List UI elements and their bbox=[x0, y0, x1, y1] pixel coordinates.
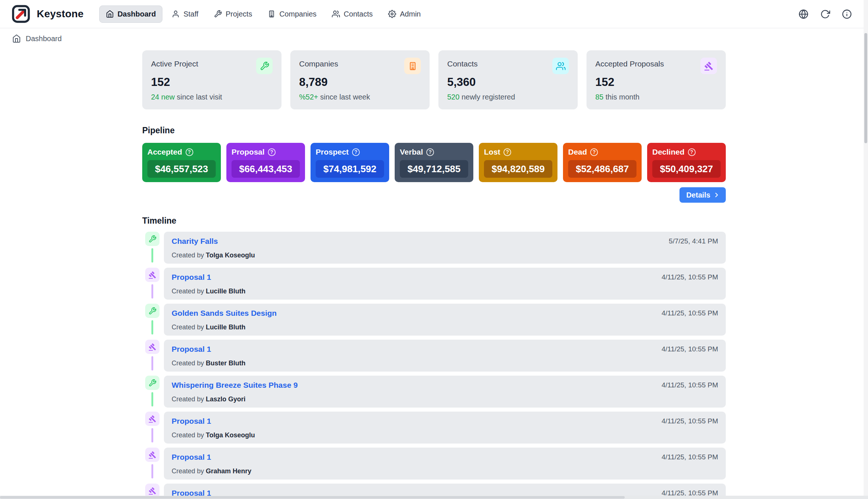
timeline-card: Proposal 1 4/11/25, 10:55 PM Created by … bbox=[164, 268, 726, 300]
stat-card-contacts: Contacts 5,360 520 newly registered bbox=[438, 50, 578, 109]
vertical-scrollbar-thumb[interactable] bbox=[864, 33, 867, 143]
gavel-icon bbox=[145, 412, 159, 426]
timeline-item-date: 5/7/25, 4:41 PM bbox=[669, 237, 718, 245]
details-button[interactable]: Details bbox=[679, 187, 726, 203]
stat-card-companies: Companies 8,789 %52+ since last week bbox=[290, 50, 430, 109]
info-icon[interactable] bbox=[842, 9, 852, 19]
timeline-connector bbox=[151, 356, 153, 370]
wrench-icon bbox=[145, 376, 159, 390]
nav-item-label: Contacts bbox=[344, 10, 373, 18]
gavel-icon bbox=[145, 340, 159, 354]
top-navbar: Keystone Dashboard Staff Projects Compan… bbox=[0, 0, 868, 28]
stat-subtext: 520 newly registered bbox=[447, 93, 569, 101]
stage-label: Dead bbox=[568, 148, 587, 156]
help-icon[interactable]: ? bbox=[426, 148, 434, 156]
nav-item-staff[interactable]: Staff bbox=[165, 6, 205, 22]
timeline-item-title[interactable]: Whispering Breeze Suites Phase 9 bbox=[172, 381, 298, 390]
building-icon bbox=[268, 10, 276, 18]
timeline-item-title[interactable]: Golden Sands Suites Design bbox=[172, 309, 277, 318]
timeline-item-author: Created by Lucille Bluth bbox=[172, 323, 718, 331]
timeline-title: Timeline bbox=[142, 216, 726, 226]
globe-icon[interactable] bbox=[799, 9, 808, 19]
nav-item-projects[interactable]: Projects bbox=[208, 6, 258, 22]
pipeline-row: Accepted? $46,557,523 Proposal? $66,443,… bbox=[142, 143, 726, 182]
stat-value: 8,789 bbox=[299, 76, 421, 89]
timeline-item: Charity Falls 5/7/25, 4:41 PM Created by… bbox=[142, 232, 726, 264]
refresh-icon[interactable] bbox=[820, 9, 830, 19]
timeline-item: Proposal 1 4/11/25, 10:55 PM Created by … bbox=[142, 412, 726, 444]
nav-item-label: Admin bbox=[400, 10, 421, 18]
stats-row: Active Project 152 24 new since last vis… bbox=[142, 50, 726, 109]
timeline-connector bbox=[151, 428, 153, 442]
brand[interactable]: Keystone bbox=[11, 4, 84, 24]
person-icon bbox=[172, 10, 180, 18]
nav-item-contacts[interactable]: Contacts bbox=[326, 6, 379, 22]
nav-item-label: Staff bbox=[183, 10, 198, 18]
home-icon[interactable] bbox=[12, 34, 21, 43]
nav-item-label: Dashboard bbox=[118, 10, 156, 18]
pipeline-stage-accepted: Accepted? $46,557,523 bbox=[142, 143, 221, 182]
timeline-item-date: 4/11/25, 10:55 PM bbox=[661, 345, 718, 353]
wrench-icon bbox=[145, 232, 159, 246]
timeline-item: Golden Sands Suites Design 4/11/25, 10:5… bbox=[142, 304, 726, 336]
details-row: Details bbox=[142, 187, 726, 203]
pipeline-stage-prospect: Prospect? $74,981,592 bbox=[311, 143, 389, 182]
timeline-card: Golden Sands Suites Design 4/11/25, 10:5… bbox=[164, 304, 726, 336]
stat-label: Active Project bbox=[151, 58, 198, 68]
main-nav: Dashboard Staff Projects Companies Conta… bbox=[99, 6, 427, 23]
help-icon[interactable]: ? bbox=[352, 148, 360, 156]
breadcrumb-label[interactable]: Dashboard bbox=[26, 35, 62, 43]
timeline-item-title[interactable]: Proposal 1 bbox=[172, 417, 211, 426]
timeline-card: Proposal 1 4/11/25, 10:55 PM Created by … bbox=[164, 340, 726, 372]
users-icon bbox=[332, 10, 340, 18]
wrench-icon bbox=[214, 10, 222, 18]
timeline-connector bbox=[151, 392, 153, 406]
help-icon[interactable]: ? bbox=[186, 148, 193, 156]
timeline-item-author: Created by Lucille Bluth bbox=[172, 288, 718, 295]
stat-subtext: 85 this month bbox=[595, 93, 717, 101]
timeline-connector bbox=[151, 248, 153, 263]
stage-value: $52,486,687 bbox=[568, 160, 636, 178]
timeline-item-title[interactable]: Proposal 1 bbox=[172, 273, 211, 282]
stage-value: $49,712,585 bbox=[400, 160, 468, 178]
timeline-item-author: Created by Tolga Koseoglu bbox=[172, 252, 718, 259]
help-icon[interactable]: ? bbox=[590, 148, 598, 156]
pipeline-stage-declined: Declined? $50,409,327 bbox=[647, 143, 726, 182]
vertical-scrollbar[interactable] bbox=[864, 0, 868, 499]
pipeline-stage-lost: Lost? $94,820,589 bbox=[479, 143, 557, 182]
timeline-item: Proposal 1 4/11/25, 10:55 PM Created by … bbox=[142, 448, 726, 480]
gavel-icon bbox=[145, 448, 159, 462]
timeline-card: Whispering Breeze Suites Phase 9 4/11/25… bbox=[164, 376, 726, 408]
stat-subtext: 24 new since last visit bbox=[151, 93, 273, 101]
timeline-item-title[interactable]: Charity Falls bbox=[172, 237, 218, 246]
pipeline-stage-proposal: Proposal? $66,443,453 bbox=[226, 143, 305, 182]
timeline-item-title[interactable]: Proposal 1 bbox=[172, 453, 211, 462]
nav-item-admin[interactable]: Admin bbox=[382, 6, 427, 22]
app-title: Keystone bbox=[37, 8, 84, 20]
gavel-icon bbox=[700, 58, 717, 74]
wrench-icon bbox=[256, 58, 273, 74]
timeline-connector bbox=[151, 464, 153, 478]
timeline-item-date: 4/11/25, 10:55 PM bbox=[661, 309, 718, 317]
users-icon bbox=[552, 58, 569, 74]
stage-label: Proposal bbox=[232, 148, 265, 156]
timeline-item-title[interactable]: Proposal 1 bbox=[172, 345, 211, 354]
timeline-connector bbox=[151, 284, 153, 299]
timeline-item-date: 4/11/25, 10:55 PM bbox=[661, 381, 718, 389]
stage-value: $46,557,523 bbox=[147, 160, 216, 178]
help-icon[interactable]: ? bbox=[503, 148, 511, 156]
stat-label: Accepted Proposals bbox=[595, 58, 664, 68]
horizontal-scrollbar[interactable] bbox=[0, 496, 868, 499]
nav-item-companies[interactable]: Companies bbox=[261, 6, 323, 22]
nav-item-label: Companies bbox=[279, 10, 316, 18]
horizontal-scrollbar-thumb[interactable] bbox=[0, 496, 625, 499]
stat-card-accepted-proposals: Accepted Proposals 152 85 this month bbox=[587, 50, 726, 109]
nav-item-dashboard[interactable]: Dashboard bbox=[99, 6, 162, 23]
timeline-item: Proposal 1 4/11/25, 10:55 PM Created by … bbox=[142, 340, 726, 372]
help-icon[interactable]: ? bbox=[688, 148, 696, 156]
pipeline-stage-dead: Dead? $52,486,687 bbox=[563, 143, 642, 182]
timeline-item-date: 4/11/25, 10:55 PM bbox=[661, 417, 718, 425]
stat-value: 152 bbox=[595, 76, 717, 89]
gavel-icon bbox=[145, 268, 159, 282]
help-icon[interactable]: ? bbox=[268, 148, 276, 156]
